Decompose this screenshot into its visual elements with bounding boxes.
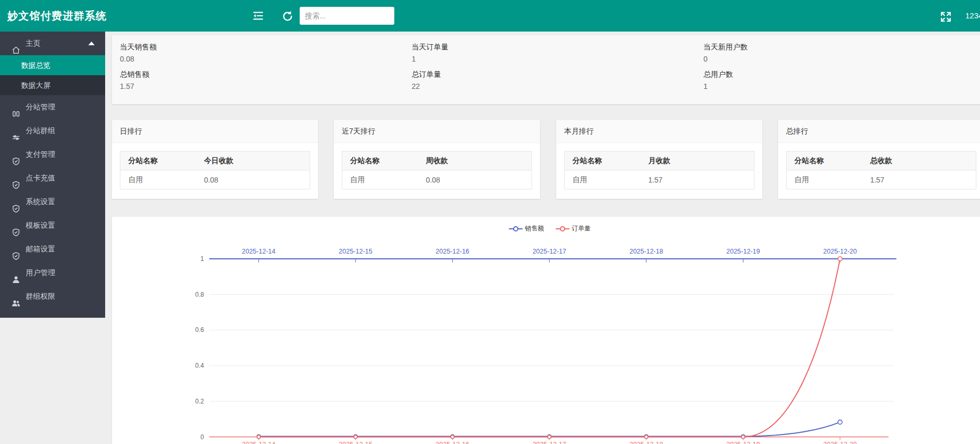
sidebar-item-label: 分站群组 bbox=[26, 126, 55, 135]
svg-text:0.4: 0.4 bbox=[195, 362, 204, 369]
column-header: 分站名称 bbox=[342, 152, 418, 170]
column-header: 月收款 bbox=[640, 152, 754, 170]
sidebar-item-template-settings[interactable]: 模板设置 bbox=[0, 214, 105, 237]
stat-label: 当天新用户数 bbox=[703, 43, 979, 52]
stats-card: 当天销售额0.08总销售额1.57当天订单量1总订单量22当天新用户数0总用户数… bbox=[112, 35, 980, 104]
table-row[interactable]: 自用1.57 bbox=[787, 170, 976, 189]
svg-text:2025-12-16: 2025-12-16 bbox=[436, 441, 469, 444]
legend-label: 销售额 bbox=[525, 224, 544, 233]
stats-column: 当天订单量1总订单量22 bbox=[404, 35, 696, 104]
shield-check-icon bbox=[12, 244, 21, 253]
column-header: 分站名称 bbox=[120, 152, 196, 170]
fullscreen-icon[interactable] bbox=[940, 11, 950, 21]
svg-text:2025-12-20: 2025-12-20 bbox=[823, 441, 857, 444]
sliders-icon bbox=[12, 126, 21, 135]
table-row[interactable]: 自用0.08 bbox=[342, 170, 532, 189]
svg-text:2025-12-19: 2025-12-19 bbox=[727, 441, 760, 444]
svg-text:2025-12-17: 2025-12-17 bbox=[533, 441, 566, 444]
sidebar-item-label: 点卡充值 bbox=[26, 174, 55, 182]
sidebar-item-label: 主页 bbox=[26, 39, 40, 47]
menu-fold-icon[interactable] bbox=[252, 10, 264, 22]
stat-value: 1 bbox=[703, 82, 979, 90]
stat-label: 当天订单量 bbox=[412, 43, 688, 52]
sidebar-item-card-recharge[interactable]: 点卡充值 bbox=[0, 166, 105, 190]
sidebar-item-label: 系统设置 bbox=[26, 197, 55, 206]
site-name-cell: 自用 bbox=[565, 170, 640, 189]
column-header: 总收款 bbox=[862, 152, 976, 170]
ranking-card-title: 近7天排行 bbox=[334, 120, 540, 143]
svg-text:0.8: 0.8 bbox=[195, 291, 204, 298]
stat-label: 总用户数 bbox=[703, 70, 979, 79]
svg-text:2025-12-15: 2025-12-15 bbox=[339, 441, 372, 444]
legend-line-icon bbox=[556, 226, 569, 232]
ranking-card-total: 总排行分站名称总收款自用1.57 bbox=[778, 120, 980, 199]
stat-value: 22 bbox=[412, 82, 688, 90]
sidebar-item-site-groups[interactable]: 分站群组 bbox=[0, 119, 105, 143]
sidebar-item-site-manage[interactable]: 分站管理 bbox=[0, 95, 105, 119]
sidebar-item-group-permissions[interactable]: 群组权限 bbox=[0, 285, 105, 308]
stat-value: 0.08 bbox=[120, 55, 396, 63]
sidebar-item-label: 邮箱设置 bbox=[26, 245, 55, 253]
sidebar-item-label: 用户管理 bbox=[26, 268, 55, 277]
site-name-cell: 自用 bbox=[787, 170, 862, 189]
username[interactable]: 12345 bbox=[965, 0, 980, 32]
sidebar-item-payment-manage[interactable]: 支付管理 bbox=[0, 143, 105, 166]
home-icon bbox=[12, 38, 21, 47]
stat-value: 0 bbox=[703, 55, 979, 63]
ranking-table: 分站名称周收款自用0.08 bbox=[342, 151, 532, 189]
table-row[interactable]: 自用0.08 bbox=[120, 170, 310, 189]
stat-label: 总销售额 bbox=[120, 70, 396, 79]
sidebar-item-label: 支付管理 bbox=[26, 150, 55, 158]
chart-legend: 销售额订单量 bbox=[509, 224, 591, 233]
ranking-card-title: 本月排行 bbox=[556, 120, 762, 143]
column-header: 分站名称 bbox=[787, 152, 862, 170]
ranking-card-body: 分站名称总收款自用1.57 bbox=[778, 143, 980, 197]
ranking-card-daily: 日排行分站名称今日收款自用0.08 bbox=[112, 120, 318, 199]
svg-text:2025-12-19: 2025-12-19 bbox=[727, 248, 760, 255]
ranking-card-title: 总排行 bbox=[778, 120, 980, 143]
ranking-card-body: 分站名称今日收款自用0.08 bbox=[112, 143, 318, 197]
search-input[interactable] bbox=[300, 7, 394, 25]
stat-label: 总订单量 bbox=[412, 70, 688, 79]
column-header: 周收款 bbox=[418, 152, 532, 170]
amount-cell: 0.08 bbox=[196, 170, 310, 189]
refresh-icon[interactable] bbox=[282, 11, 292, 21]
shield-check-icon bbox=[12, 173, 21, 182]
sidebar-item-label: 分站管理 bbox=[26, 103, 55, 111]
svg-text:1: 1 bbox=[200, 255, 204, 263]
app-header: 妙文馆付费进群系统 12345 bbox=[0, 0, 980, 32]
table-row[interactable]: 自用1.57 bbox=[565, 170, 754, 189]
shield-check-icon bbox=[12, 220, 21, 229]
sidebar-item-mailbox-settings[interactable]: 邮箱设置 bbox=[0, 237, 105, 261]
chart-card: 销售额订单量 10.80.60.40.202025-12-142025-12-1… bbox=[112, 217, 980, 444]
svg-text:2025-12-14: 2025-12-14 bbox=[242, 441, 275, 444]
svg-text:0.2: 0.2 bbox=[195, 398, 204, 405]
amount-cell: 0.08 bbox=[418, 170, 532, 189]
svg-text:2025-12-16: 2025-12-16 bbox=[436, 248, 469, 255]
legend-label: 订单量 bbox=[572, 224, 591, 233]
user-icon bbox=[12, 268, 21, 277]
sidebar-item-system-settings[interactable]: 系统设置 bbox=[0, 190, 105, 214]
shield-check-icon bbox=[12, 149, 21, 158]
search-box bbox=[300, 7, 394, 25]
legend-item-orders[interactable]: 订单量 bbox=[556, 224, 591, 233]
amount-cell: 1.57 bbox=[640, 170, 754, 189]
stat-value: 1 bbox=[412, 55, 688, 63]
stat-label: 当天销售额 bbox=[120, 43, 396, 52]
app-title: 妙文馆付费进群系统 bbox=[7, 0, 107, 32]
sidebar: 主页数据总览数据大屏分站管理分站群组支付管理点卡充值系统设置模板设置邮箱设置用户… bbox=[0, 32, 105, 318]
svg-text:2025-12-15: 2025-12-15 bbox=[339, 248, 372, 255]
svg-text:2025-12-18: 2025-12-18 bbox=[629, 441, 663, 444]
legend-item-sales[interactable]: 销售额 bbox=[509, 224, 544, 233]
sidebar-item-user-manage[interactable]: 用户管理 bbox=[0, 261, 105, 285]
sidebar-item-home[interactable]: 主页 bbox=[0, 32, 105, 55]
stats-column: 当天新用户数0总用户数1 bbox=[696, 35, 980, 104]
ranking-card-month: 本月排行分站名称月收款自用1.57 bbox=[556, 120, 762, 199]
ranking-table: 分站名称月收款自用1.57 bbox=[564, 151, 754, 189]
sidebar-subitem-data-overview[interactable]: 数据总览 bbox=[0, 55, 105, 75]
sidebar-subitem-data-screen[interactable]: 数据大屏 bbox=[0, 75, 105, 95]
svg-text:0.6: 0.6 bbox=[195, 326, 204, 334]
svg-text:2025-12-17: 2025-12-17 bbox=[533, 248, 566, 255]
ranking-card-body: 分站名称周收款自用0.08 bbox=[334, 143, 540, 197]
column-header: 分站名称 bbox=[565, 152, 640, 170]
